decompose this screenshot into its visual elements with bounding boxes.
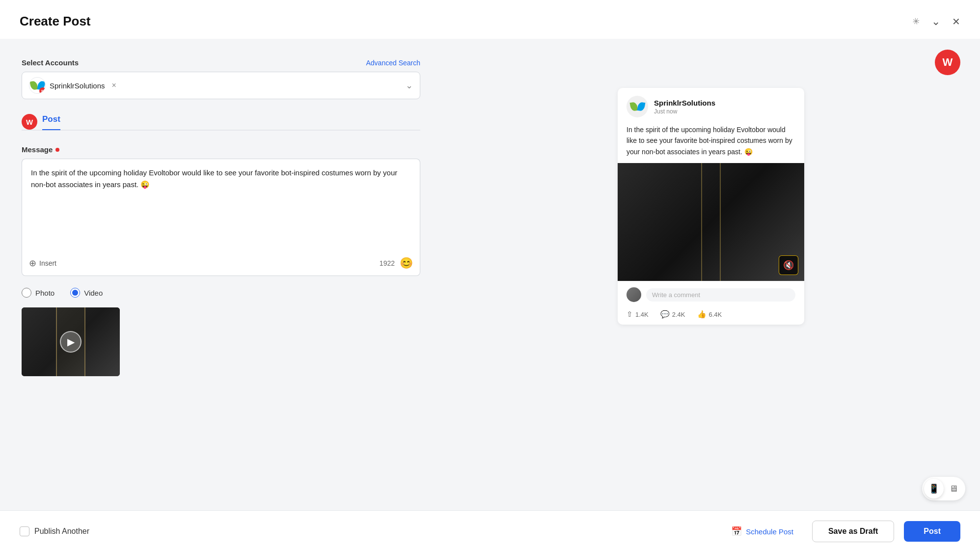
weibo-tab-icon: W	[22, 114, 37, 130]
required-indicator	[55, 148, 59, 152]
pin-icon[interactable]: ✳	[910, 15, 922, 28]
weibo-preview-icon: W	[935, 50, 960, 75]
post-button[interactable]: Post	[904, 521, 960, 542]
stats-row: ⇧ 1.4K 💬 2.4K 👍 6.4K	[626, 307, 795, 319]
view-toggles: 📱 🖥	[922, 477, 965, 500]
insert-button[interactable]: ⊕ Insert	[29, 258, 56, 269]
photo-radio[interactable]	[22, 288, 31, 298]
preview-video: 🔇	[618, 163, 804, 281]
preview-avatar	[626, 96, 648, 117]
preview-logo	[630, 102, 645, 111]
select-accounts-section: Select Accounts Advanced Search	[22, 58, 420, 67]
dropdown-arrow-icon[interactable]: ⌄	[406, 80, 413, 91]
schedule-icon: 📅	[731, 526, 742, 537]
chevron-down-icon[interactable]: ⌄	[931, 15, 940, 28]
preview-corridor	[701, 163, 721, 281]
comment-avatar	[626, 287, 641, 302]
preview-account-name: SprinklrSolutions	[654, 99, 715, 107]
message-section: Message In the spirit of the upcoming ho…	[22, 145, 420, 276]
like-icon: 👍	[697, 310, 707, 319]
weibo-badge: W	[39, 87, 46, 94]
remove-account-icon[interactable]: ×	[112, 81, 116, 90]
desktop-view-toggle[interactable]: 🖥	[944, 479, 963, 498]
preview-account-info: SprinklrSolutions Just now	[654, 99, 715, 115]
stat-comments: 💬 2.4K	[660, 310, 685, 319]
mobile-view-toggle[interactable]: 📱	[924, 479, 944, 498]
right-panel: W SprinklrSolutions Just now In t	[442, 39, 980, 510]
message-label: Message	[22, 145, 420, 154]
account-selector-left: W SprinklrSolutions ×	[29, 77, 116, 94]
preview-timestamp: Just now	[654, 108, 715, 115]
textarea-wrapper: In the spirit of the upcoming holiday Ev…	[22, 159, 420, 276]
modal-header: Create Post ✳ ⌄ ✕	[0, 0, 980, 39]
publish-another-checkbox[interactable]	[20, 526, 29, 536]
select-accounts-label: Select Accounts	[22, 58, 79, 67]
video-radio[interactable]	[70, 288, 80, 298]
photo-option[interactable]: Photo	[22, 288, 54, 298]
comment-icon: 💬	[660, 310, 670, 319]
tab-post[interactable]: Post	[42, 114, 60, 130]
preview-leaf-blue	[637, 102, 645, 111]
schedule-post-button[interactable]: 📅 Schedule Post	[722, 521, 802, 542]
preview-leaf-green	[629, 102, 638, 111]
comment-area: Write a comment	[626, 287, 795, 302]
account-selector[interactable]: W SprinklrSolutions × ⌄	[22, 72, 420, 99]
account-name: SprinklrSolutions	[50, 82, 105, 90]
play-icon[interactable]: ▶	[60, 331, 82, 353]
media-type-section: Photo Video	[22, 288, 420, 298]
insert-icon: ⊕	[29, 258, 36, 269]
mute-button[interactable]: 🔇	[779, 255, 798, 275]
logo-leaf-green	[29, 81, 38, 90]
header-icons: ✳ ⌄ ✕	[912, 15, 960, 28]
video-option[interactable]: Video	[70, 288, 103, 298]
video-preview: ▶	[22, 307, 120, 376]
char-count: 1922	[380, 259, 395, 267]
close-icon[interactable]: ✕	[952, 16, 960, 28]
comment-placeholder[interactable]: Write a comment	[646, 288, 795, 302]
message-count: 1922 😊	[380, 257, 413, 270]
post-tab-section: W Post	[22, 114, 420, 131]
publish-another-option[interactable]: Publish Another	[20, 526, 89, 536]
stat-shares: ⇧ 1.4K	[626, 310, 649, 319]
save-draft-button[interactable]: Save as Draft	[812, 521, 894, 542]
stat-likes: 👍 6.4K	[697, 310, 722, 319]
preview-card: SprinklrSolutions Just now In the spirit…	[618, 88, 804, 325]
modal-body: Select Accounts Advanced Search W Sprink	[0, 39, 980, 510]
message-footer: ⊕ Insert 1922 😊	[22, 252, 420, 276]
page-title: Create Post	[20, 14, 91, 29]
message-input[interactable]: In the spirit of the upcoming holiday Ev…	[22, 159, 420, 252]
preview-message: In the spirit of the upcoming holiday Ev…	[618, 121, 804, 163]
share-icon: ⇧	[626, 310, 633, 319]
advanced-search-link[interactable]: Advanced Search	[366, 59, 420, 67]
preview-card-footer: Write a comment ⇧ 1.4K 💬 2.4K 👍	[618, 281, 804, 325]
left-panel: Select Accounts Advanced Search W Sprink	[0, 39, 442, 510]
modal-footer: Publish Another 📅 Schedule Post Save as …	[0, 510, 980, 552]
emoji-button[interactable]: 😊	[400, 257, 413, 270]
avatar: W	[29, 77, 46, 94]
preview-card-header: SprinklrSolutions Just now	[618, 88, 804, 121]
